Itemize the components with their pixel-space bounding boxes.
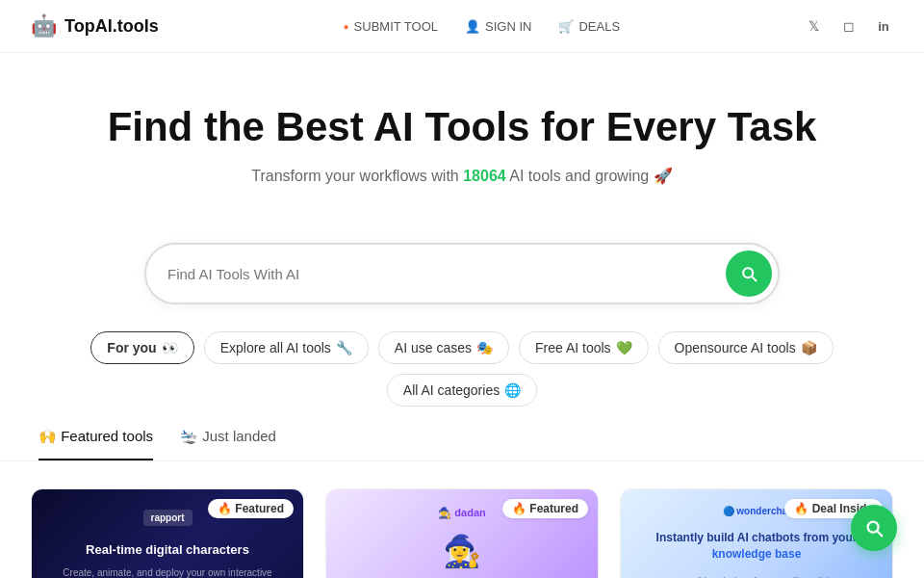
filter-pills: For you 👀 Explore all AI tools 🔧 AI use …: [0, 304, 924, 407]
search-input[interactable]: [167, 266, 726, 282]
filter-usecases-label: AI use cases: [395, 340, 472, 355]
search-bar: [144, 243, 780, 304]
hero-title: Find the Best AI Tools for Every Task: [19, 103, 905, 151]
search-button[interactable]: [726, 250, 772, 297]
submit-icon: ●: [344, 21, 349, 32]
logo-icon: 🤖: [31, 13, 57, 39]
nav-submit-tool[interactable]: ● SUBMIT TOOL: [344, 19, 438, 34]
subtitle-post: AI tools and growing 🚀: [506, 168, 673, 184]
tab-just-landed[interactable]: 🛬 Just landed: [180, 428, 276, 460]
tool-count: 18064: [463, 168, 506, 184]
search-section: [125, 243, 799, 304]
nav-submit-label: SUBMIT TOOL: [354, 19, 438, 34]
nav-deals-label: DEALS: [578, 19, 620, 34]
card-rapport[interactable]: rapport Real-time digital characters Cre…: [31, 488, 304, 578]
filter-for-you-icon: 👀: [162, 340, 178, 355]
rapport-logo: rapport: [143, 510, 192, 526]
dadan-badge: 🔥 Featured: [502, 499, 588, 518]
filter-free-label: Free AI tools: [535, 340, 611, 355]
rapport-badge: 🔥 Featured: [208, 499, 294, 518]
linkedin-icon[interactable]: in: [874, 16, 893, 36]
filter-categories-icon: 🌐: [504, 382, 521, 398]
tab-just-landed-label: 🛬 Just landed: [180, 428, 276, 445]
filter-use-cases[interactable]: AI use cases 🎭: [378, 331, 509, 364]
instagram-icon[interactable]: ◻: [839, 16, 859, 36]
hero-section: Find the Best AI Tools for Every Task Tr…: [0, 53, 924, 216]
filter-explore-icon: 🔧: [336, 340, 352, 355]
tab-featured[interactable]: 🙌 Featured tools: [38, 428, 153, 460]
cards-section: rapport Real-time digital characters Cre…: [0, 461, 924, 578]
signin-icon: 👤: [465, 19, 480, 34]
section-tabs: 🙌 Featured tools 🛬 Just landed: [0, 407, 924, 461]
navbar: 🤖 TopAI.tools ● SUBMIT TOOL 👤 SIGN IN 🛒 …: [0, 0, 924, 53]
rapport-subtitle: Create, animate, and deploy your own int…: [47, 566, 288, 578]
filter-free-tools[interactable]: Free AI tools 💚: [519, 331, 649, 364]
dadan-logo: 🧙 dadan: [438, 507, 485, 519]
dadan-wizard-emoji: 🧙‍♀️: [443, 533, 481, 569]
twitter-icon[interactable]: 𝕏: [805, 16, 824, 36]
logo-text: TopAI.tools: [64, 16, 159, 37]
filter-usecases-icon: 🎭: [476, 340, 493, 355]
card-dadan-image: 🧙 dadan 🧙‍♀️ Create more engaging, more …: [326, 489, 598, 578]
nav-center: ● SUBMIT TOOL 👤 SIGN IN 🛒 DEALS: [344, 19, 621, 34]
card-dadan[interactable]: 🧙 dadan 🧙‍♀️ Create more engaging, more …: [325, 488, 599, 578]
nav-sign-in[interactable]: 👤 SIGN IN: [465, 19, 531, 34]
wonder-logo: 🔵 wonderchat: [723, 506, 791, 516]
filter-for-you[interactable]: For you 👀: [90, 331, 193, 364]
cards-grid: rapport Real-time digital characters Cre…: [31, 488, 893, 578]
filter-explore-all[interactable]: Explore all AI tools 🔧: [204, 331, 369, 364]
deals-icon: 🛒: [558, 19, 574, 34]
subtitle-pre: Transform your workflows with: [251, 168, 463, 184]
rapport-title: Real-time digital characters: [86, 541, 249, 559]
nav-signin-label: SIGN IN: [485, 19, 531, 34]
filter-opensource-label: Opensource AI tools: [675, 340, 796, 355]
nav-deals[interactable]: 🛒 DEALS: [558, 19, 620, 34]
filter-free-icon: 💚: [616, 340, 632, 355]
filter-opensource[interactable]: Opensource AI tools 📦: [658, 331, 834, 364]
filter-for-you-label: For you: [107, 340, 156, 355]
floating-search-button[interactable]: [851, 505, 897, 551]
nav-social: 𝕏 ◻ in: [805, 16, 893, 36]
card-rapport-image: rapport Real-time digital characters Cre…: [32, 489, 303, 578]
filter-categories[interactable]: All AI categories 🌐: [387, 374, 537, 407]
logo[interactable]: 🤖 TopAI.tools: [31, 13, 159, 39]
fab-search-icon: [863, 517, 885, 539]
wonder-title: Instantly build AI chatbots from your kn…: [636, 530, 877, 563]
tab-featured-label: 🙌 Featured tools: [38, 428, 153, 445]
search-icon: [739, 264, 758, 283]
filter-opensource-icon: 📦: [801, 340, 817, 355]
filter-categories-label: All AI categories: [403, 382, 500, 398]
filter-explore-label: Explore all AI tools: [220, 340, 331, 355]
hero-subtitle: Transform your workflows with 18064 AI t…: [19, 167, 905, 185]
